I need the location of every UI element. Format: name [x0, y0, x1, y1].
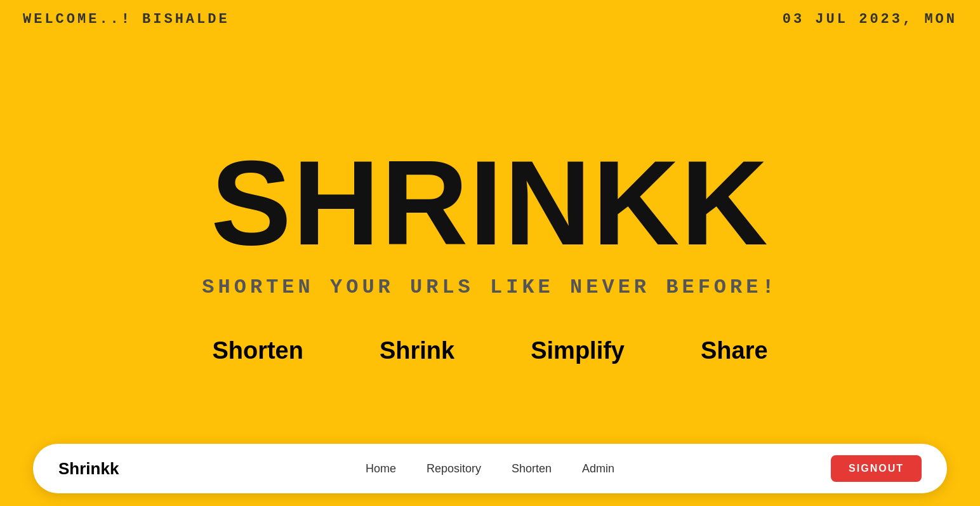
feature-shrink: Shrink: [380, 337, 454, 364]
header-username: BISHALDE: [142, 11, 230, 27]
hero-subtitle: SHORTEN YOUR URLS LIKE NEVER BEFORE!: [202, 276, 778, 299]
navbar-links: Home Repository Shorten Admin: [366, 462, 614, 476]
navbar-brand: Shrinkk: [58, 459, 119, 479]
signout-button[interactable]: SIGNOUT: [831, 455, 922, 482]
main-background: WELCOME..! BISHALDE 03 JUL 2023, MON SHR…: [0, 0, 980, 506]
feature-share: Share: [701, 337, 768, 364]
feature-simplify: Simplify: [531, 337, 625, 364]
features-row: Shorten Shrink Simplify Share: [212, 337, 767, 364]
header-bar: WELCOME..! BISHALDE 03 JUL 2023, MON: [0, 0, 980, 39]
header-welcome: WELCOME..! BISHALDE: [23, 11, 230, 27]
nav-link-admin[interactable]: Admin: [582, 462, 614, 476]
nav-link-shorten[interactable]: Shorten: [512, 462, 552, 476]
header-date: 03 JUL 2023, MON: [783, 11, 957, 27]
app-logo-title: SHRINKK: [211, 142, 769, 263]
welcome-text: WELCOME..!: [23, 11, 132, 27]
bottom-navbar: Shrinkk Home Repository Shorten Admin SI…: [33, 444, 947, 493]
main-content: SHRINKK SHORTEN YOUR URLS LIKE NEVER BEF…: [202, 39, 778, 506]
nav-link-repository[interactable]: Repository: [427, 462, 481, 476]
nav-link-home[interactable]: Home: [366, 462, 396, 476]
feature-shorten: Shorten: [212, 337, 303, 364]
